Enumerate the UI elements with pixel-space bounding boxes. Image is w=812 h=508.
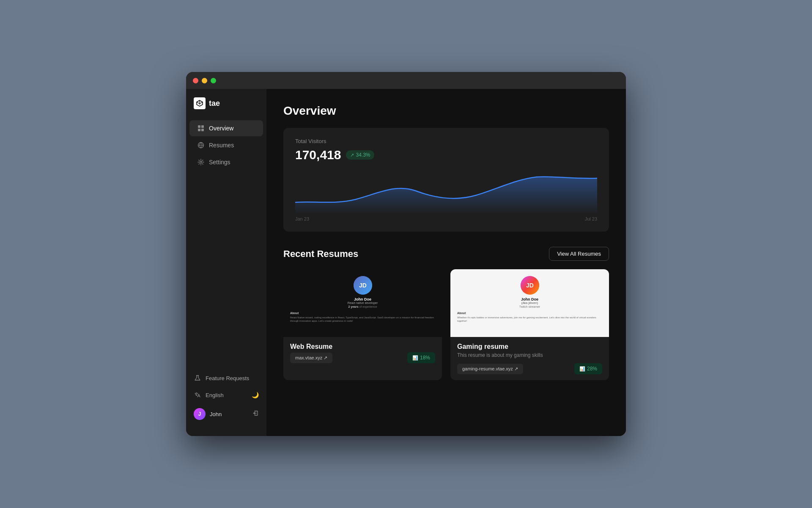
web-about-text: React Native wizard, coding excellence i… [290,316,435,323]
resume-card-gaming: JD John Doe (Aka jdoven) Twitch streamer… [450,269,609,380]
gaming-profile-pic: JD [521,276,539,295]
settings-icon [197,158,205,166]
bar-chart-icon-2: 📊 [579,366,585,372]
web-preview-about: About React Native wizard, coding excell… [290,312,435,323]
user-item[interactable]: J John [189,404,263,424]
nav-items: Overview Resumes [186,119,266,369]
feature-requests-label: Feature Requests [206,375,249,381]
section-title: Recent Resumes [283,248,358,260]
logo: tae [186,97,266,119]
resumes-grid: JD John Doe React native developer 2 yea… [283,269,609,380]
resume-card-web: JD John Doe React native developer 2 yea… [283,269,442,380]
close-dot[interactable] [193,78,198,83]
gaming-preview-name: John Doe [521,297,538,301]
svg-rect-1 [201,125,204,128]
titlebar [186,72,626,89]
minimize-dot[interactable] [202,78,207,83]
growth-value: 34.3% [356,152,370,158]
svg-text:JD: JD [526,282,534,289]
web-resume-stat: 📊 18% [407,352,435,363]
gaming-resume-info: Gaming resume This resume is about my ga… [450,337,609,380]
main-content: Overview Total Visitors 170,418 ↗ 34.3% [266,89,626,436]
sidebar-item-label-settings: Settings [209,159,230,166]
visitors-count: 170,418 [295,148,341,162]
resumes-icon [197,141,205,149]
card-metric: 170,418 ↗ 34.3% [295,148,597,162]
feature-requests-item[interactable]: Feature Requests [189,370,263,386]
resume-preview-gaming: JD John Doe (Aka jdoven) Twitch streamer… [450,269,609,337]
svg-rect-3 [201,129,204,131]
web-about-label: About [290,312,435,315]
gaming-preview-about: About Whether it's epic battles or immer… [457,312,602,323]
web-resume-title: Web Resume [290,343,435,351]
logout-icon[interactable] [252,410,259,418]
arrow-up-icon: ↗ [350,152,354,158]
web-resume-info: Web Resume max.vtae.xyz ↗ 📊 18% [283,337,442,369]
bar-chart-icon: 📊 [412,355,418,361]
maximize-dot[interactable] [211,78,216,83]
web-preview-exp: 2 years of experience [348,305,377,308]
gaming-stat-value: 28% [587,366,597,372]
visitors-card: Total Visitors 170,418 ↗ 34.3% [283,128,609,232]
web-profile-pic: JD [354,276,372,295]
web-preview-name: John Doe [354,297,371,301]
chart-container [295,171,597,213]
sidebar-item-settings[interactable]: Settings [189,154,263,170]
logo-text: tae [209,99,220,108]
web-preview-role: React native developer [348,301,378,304]
moon-icon: 🌙 [252,392,259,398]
sidebar-bottom: Feature Requests English 🌙 [186,369,266,428]
web-resume-footer: max.vtae.xyz ↗ 📊 18% [290,352,435,363]
overview-icon [197,124,205,132]
gaming-preview-aka: (Aka jdoven) [521,301,538,304]
gaming-resume-desc: This resume is about my gaming skills [457,352,602,358]
chart-date-start: Jan 23 [295,216,309,221]
web-stat-value: 18% [420,355,430,361]
sidebar-item-resumes[interactable]: Resumes [189,137,263,153]
chart-dates: Jan 23 Jul 23 [295,216,597,221]
view-all-resumes-button[interactable]: View All Resumes [549,247,609,261]
sidebar-item-label-overview: Overview [209,125,233,132]
gaming-resume-link[interactable]: gaming-resume.vtae.xyz ↗ [457,364,523,374]
visitors-label: Total Visitors [295,138,597,144]
gaming-about-text: Whether it's epic battles or immersive a… [457,316,602,323]
svg-rect-2 [198,129,200,131]
svg-text:JD: JD [359,282,367,289]
sidebar-item-label-resumes: Resumes [209,142,234,149]
avatar: J [194,408,206,420]
language-label: English [206,392,224,398]
app-window: tae Overview [186,72,626,436]
translate-icon [194,391,201,399]
gaming-resume-footer: gaming-resume.vtae.xyz ↗ 📊 28% [457,363,602,374]
section-header: Recent Resumes View All Resumes [283,247,609,261]
chart-date-end: Jul 23 [585,216,597,221]
gaming-resume-title: Gaming resume [457,343,602,351]
flask-icon [194,374,201,382]
growth-badge: ↗ 34.3% [346,150,374,160]
web-resume-link[interactable]: max.vtae.xyz ↗ [290,353,332,363]
page-title: Overview [283,104,609,118]
sidebar-item-overview[interactable]: Overview [189,120,263,136]
avatar-initials: J [198,411,201,417]
logo-icon [194,97,206,109]
gaming-preview-role: Twitch streamer [519,305,540,308]
gaming-resume-stat: 📊 28% [574,363,602,374]
sidebar: tae Overview [186,89,266,436]
svg-rect-0 [198,125,200,128]
gaming-about-label: About [457,312,602,315]
user-name: John [210,411,222,417]
language-item[interactable]: English 🌙 [189,387,263,403]
visitors-chart [295,171,597,213]
svg-point-5 [200,161,202,163]
resume-preview-web: JD John Doe React native developer 2 yea… [283,269,442,337]
